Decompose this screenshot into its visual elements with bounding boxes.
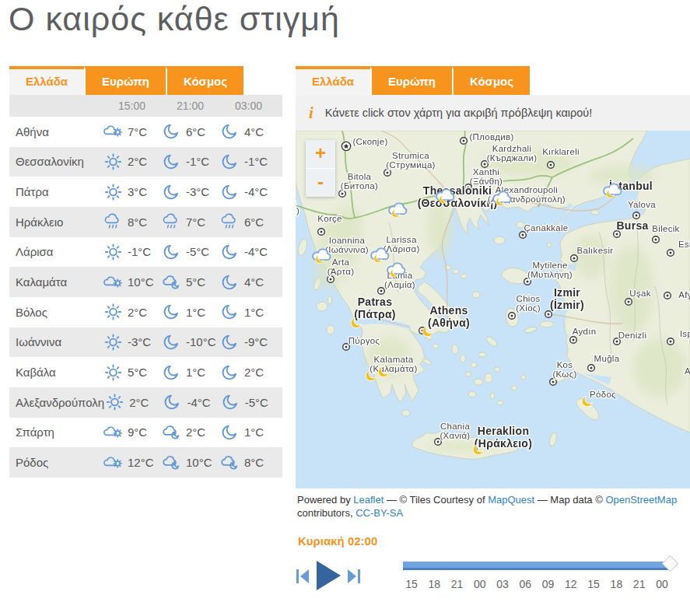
map-city-label: (Χανιά) [440,431,470,440]
skip-back-button[interactable] [296,569,310,584]
rain-icon [219,212,240,231]
forecast-cell: 8°C [219,453,278,472]
weather-map[interactable]: (Скопје)(Пловдив)Strumica(Струмица)Kardz… [296,131,690,488]
temperature: 5°C [128,366,147,379]
weather-row[interactable]: Βόλος2°C1°C1°C [9,297,282,327]
skip-forward-button[interactable] [347,569,361,584]
table-tabs: ΕλλάδαΕυρώπηΚόσμος [9,66,282,95]
temperature: 5°C [186,275,205,289]
attribution-link[interactable]: OpenStreetMap [605,494,677,506]
attribution-text: Powered by [297,494,353,506]
attribution-link[interactable]: CC-BY-SA [356,507,403,519]
city-dot-icon [509,313,516,320]
timeline-ticks: 151821000306091215182100 [403,578,671,590]
current-time-label: Κυριακή 02:00 [298,534,377,548]
table-tab[interactable]: Ευρώπη [84,66,166,95]
map-city-label: A [685,366,690,376]
weather-row[interactable]: Ρόδος12°C10°C8°C [9,447,282,478]
timeline-tick: 00 [653,578,671,590]
temperature: -4°C [187,396,210,409]
info-icon: i [309,103,313,123]
table-tab[interactable]: Ελλάδα [9,66,84,95]
weather-row[interactable]: Αθήνα7°C6°C4°C [9,117,282,147]
moon-icon [219,273,240,292]
weather-row[interactable]: Καλαμάτα10°C5°C4°C [9,267,282,297]
rain-icon [161,212,182,231]
weather-row[interactable]: Θεσσαλονίκη2°C-1°C-1°C [9,147,282,177]
timeline-slider[interactable]: 151821000306091215182100 [403,561,672,597]
map-city-label: Thessaloniki [423,184,492,197]
temperature: 1°C [186,306,205,319]
map-city-label: Kos [557,360,573,369]
map-city-label: Uşak [629,289,650,298]
sun-icon [103,152,124,171]
table-time-header: 15:0021:0003:00 [9,95,282,117]
forecast-cell: -4°C [219,183,278,201]
map-city-label: Yalova [628,200,656,209]
map-city-label: (Χίος) [516,303,541,313]
weather-row[interactable]: Καβάλα5°C1°C2°C [9,357,282,387]
map-zoom-out-button[interactable]: - [306,168,335,197]
map-city-label: (Ηράκλειο) [475,437,532,450]
map-zoom-in-button[interactable]: + [306,140,335,168]
city-name: Ρόδος [16,456,103,469]
moon-icon [219,183,240,201]
city-name: Καβάλα [16,366,103,379]
weather-row[interactable]: Ηράκλειο8°C7°C6°C [9,207,282,237]
weather-table: Αθήνα7°C6°C4°CΘεσσαλονίκη2°C-1°C-1°CΠάτρ… [9,117,282,478]
forecast-cell: 4°C [219,273,278,292]
forecast-cell: -1°C [161,152,219,171]
temperature: 2°C [186,425,205,439]
temperature: 1°C [186,366,205,379]
timeline-handle[interactable] [662,555,678,572]
moon-icon [219,243,240,261]
map-tab[interactable]: Ευρώπη [370,66,452,95]
moon-icon [161,243,182,261]
map-city-label: (Λάρισα) [383,244,419,254]
weather-row[interactable]: Πάτρα3°C-3°C-4°C [9,177,282,207]
city-dot-icon [633,212,640,219]
timeline-tick: 15 [585,578,602,590]
forecast-cell: -3°C [103,333,161,352]
map-city-label: Athens [429,304,468,317]
temperature: 2°C [128,306,147,319]
map-tab[interactable]: Κόσμος [452,66,530,95]
weather-row[interactable]: Ιωάννινα-3°C-10°C-9°C [9,327,282,358]
timeline-bar[interactable] [403,562,671,570]
map-city-label: (Αθήνα) [428,317,470,329]
attribution-link[interactable]: Leaflet [353,494,384,506]
weather-row[interactable]: Λάρισα-1°C-5°C-4°C [9,237,282,268]
weather-row[interactable]: Αλεξανδρούπολη2°C-4°C-5°C [9,387,282,418]
map-city-label: Ρόδος [590,390,616,399]
moon-icon [219,152,240,171]
city-dot-icon [461,138,468,145]
play-button[interactable] [315,560,342,591]
map-city-label: (Ιωάννινα) [325,245,369,254]
forecast-cell: 2°C [103,152,161,171]
forecast-cell: 10°C [103,273,161,292]
map-city-label: Heraklion [478,425,530,437]
timeline-tick: 09 [540,578,557,590]
city-dot-icon [378,288,385,295]
map-city-label: Ioannina [329,236,366,245]
city-dot-icon [384,170,391,177]
timeline-tick: 03 [494,578,511,590]
temperature: -5°C [245,396,268,409]
map-city-label: Aydın [573,327,597,336]
map-city-label: (Πάτρα) [354,308,396,320]
city-name: Λάρισα [16,245,103,258]
map-city-label: Afy [678,290,690,299]
temperature: 12°C [128,456,154,469]
weather-row[interactable]: Σπάρτη9°C2°C1°C [9,418,282,448]
temperature: 1°C [244,425,264,439]
city-dot-icon [588,365,595,372]
forecast-cell: -5°C [161,243,219,261]
attribution-link[interactable]: MapQuest [488,494,534,506]
city-dot-icon [571,255,578,262]
map-tab[interactable]: Ελλάδα [296,66,370,95]
sun-icon [104,393,125,411]
temperature: -3°C [186,185,209,198]
table-tab[interactable]: Κόσμος [166,66,243,95]
forecast-cell: -9°C [219,333,278,352]
map-city-label: Chios [517,294,541,303]
